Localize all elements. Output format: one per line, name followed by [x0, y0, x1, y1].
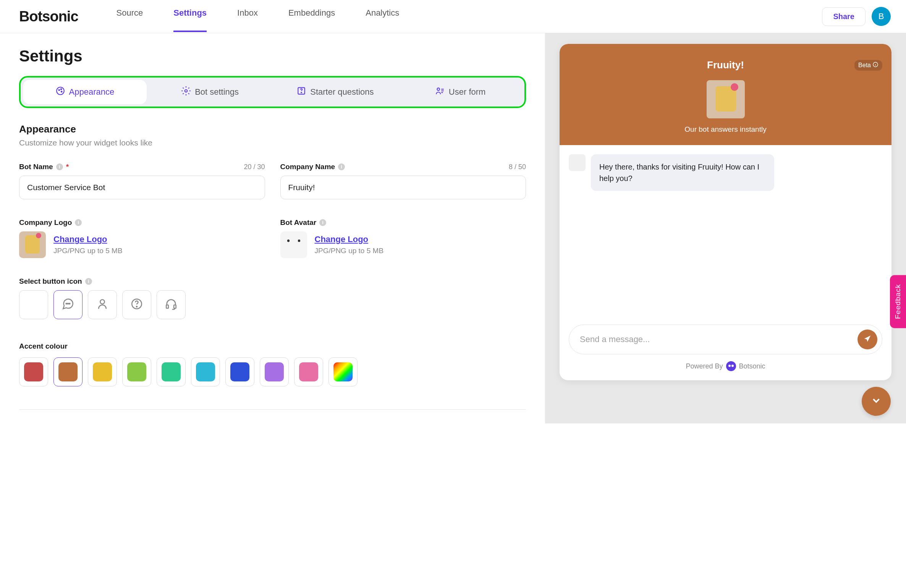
tab-starter-questions[interactable]: Starter questions — [273, 80, 397, 104]
bot-avatar-hint: JPG/PNG up to 5 MB — [315, 247, 384, 255]
accent-color-option[interactable] — [88, 357, 117, 386]
svg-point-9 — [68, 303, 68, 304]
svg-point-6 — [301, 92, 302, 93]
page-title: Settings — [19, 47, 526, 65]
accent-color-option[interactable] — [294, 357, 323, 386]
nav-inbox[interactable]: Inbox — [237, 8, 258, 25]
button-icon-option-headset[interactable] — [157, 290, 186, 319]
accent-color-option[interactable] — [225, 357, 254, 386]
chat-message-input[interactable] — [580, 334, 857, 344]
tab-starter-questions-label: Starter questions — [310, 87, 374, 97]
user-icon — [96, 297, 109, 312]
color-swatch — [24, 362, 43, 381]
svg-point-3 — [61, 91, 62, 92]
tab-user-form-label: User form — [449, 87, 486, 97]
beta-badge: Beta — [854, 60, 882, 71]
message-bot-avatar — [569, 154, 586, 171]
info-icon[interactable]: i — [75, 219, 82, 226]
feedback-tab[interactable]: Feedback — [890, 275, 906, 328]
accent-color-option[interactable] — [19, 357, 48, 386]
info-icon[interactable]: i — [85, 278, 92, 285]
gear-icon — [181, 86, 191, 98]
chat-preview-widget: Fruuity! Beta Our bot answers instantly … — [560, 44, 891, 380]
info-icon[interactable]: i — [338, 163, 345, 170]
button-icon-option-avatar[interactable] — [19, 290, 48, 319]
app-logo: Botsonic — [19, 8, 78, 25]
company-name-label: Company Name — [280, 163, 335, 171]
question-card-icon — [296, 86, 306, 98]
headset-icon — [165, 297, 178, 312]
accent-color-option[interactable] — [191, 357, 220, 386]
info-icon[interactable]: i — [56, 163, 63, 170]
info-icon — [872, 61, 878, 69]
section-divider — [19, 409, 526, 410]
help-circle-icon — [130, 297, 143, 312]
info-icon[interactable]: i — [319, 219, 326, 226]
button-icon-option-user[interactable] — [88, 290, 117, 319]
nav-analytics[interactable]: Analytics — [366, 8, 399, 25]
color-swatch — [196, 362, 215, 381]
svg-point-10 — [69, 303, 70, 304]
tab-appearance[interactable]: Appearance — [23, 80, 147, 104]
accent-color-option[interactable] — [53, 357, 83, 386]
tab-user-form[interactable]: User form — [398, 80, 522, 104]
svg-point-0 — [57, 87, 64, 95]
tab-bot-settings[interactable]: Bot settings — [148, 80, 272, 104]
accent-color-option[interactable] — [260, 357, 289, 386]
color-swatch — [299, 362, 318, 381]
color-swatch — [230, 362, 249, 381]
send-icon — [863, 334, 872, 344]
powered-by-label: Powered By Botsonic — [569, 361, 882, 371]
company-logo-label: Company Logo — [19, 218, 72, 227]
user-avatar[interactable]: B — [872, 7, 891, 26]
svg-point-1 — [58, 90, 60, 91]
chat-widget-toggle-button[interactable] — [862, 387, 891, 416]
company-logo-hint: JPG/PNG up to 5 MB — [53, 247, 123, 255]
bot-avatar-label: Bot Avatar — [280, 218, 317, 227]
svg-point-7 — [437, 88, 440, 90]
nav-embeddings[interactable]: Embeddings — [288, 8, 335, 25]
section-subtitle: Customize how your widget looks like — [19, 138, 526, 147]
share-button[interactable]: Share — [822, 7, 866, 26]
preview-company-logo — [707, 80, 745, 118]
accent-colour-label: Accent colour — [19, 342, 526, 351]
svg-point-2 — [60, 89, 61, 90]
accent-color-option[interactable] — [122, 357, 151, 386]
company-name-counter: 8 / 50 — [509, 163, 526, 171]
svg-point-11 — [100, 300, 104, 304]
bot-name-counter: 20 / 30 — [244, 163, 265, 171]
color-swatch — [265, 362, 284, 381]
tab-bot-settings-label: Bot settings — [195, 87, 239, 97]
company-logo-thumbnail — [19, 231, 46, 258]
preview-subtitle: Our bot answers instantly — [569, 125, 882, 134]
button-icon-option-chat[interactable] — [53, 290, 83, 319]
bot-avatar-thumbnail — [280, 231, 307, 258]
button-icon-option-help[interactable] — [122, 290, 151, 319]
preview-bot-title: Fruuity! — [569, 59, 882, 71]
required-mark: * — [66, 163, 69, 171]
nav-source[interactable]: Source — [116, 8, 143, 25]
accent-color-option[interactable] — [157, 357, 186, 386]
user-form-icon — [435, 86, 445, 98]
chevron-down-icon — [870, 395, 882, 408]
svg-point-8 — [66, 303, 67, 304]
change-bot-avatar-link[interactable]: Change Logo — [315, 234, 384, 244]
svg-point-4 — [185, 90, 188, 92]
send-message-button[interactable] — [857, 330, 877, 349]
color-swatch — [93, 362, 112, 381]
bot-name-label: Bot Name — [19, 163, 53, 171]
svg-point-13 — [136, 306, 137, 307]
section-title: Appearance — [19, 123, 526, 135]
nav-settings[interactable]: Settings — [173, 8, 207, 25]
color-swatch — [127, 362, 146, 381]
botsonic-logo-icon — [726, 361, 736, 371]
bot-message-bubble: Hey there, thanks for visiting Fruuity! … — [591, 154, 774, 191]
svg-rect-15 — [174, 305, 176, 309]
company-name-input[interactable] — [280, 176, 526, 199]
change-company-logo-link[interactable]: Change Logo — [53, 234, 123, 244]
palette-icon — [55, 86, 65, 98]
accent-color-custom[interactable] — [328, 357, 358, 386]
bot-name-input[interactable] — [19, 176, 265, 199]
svg-rect-14 — [166, 305, 168, 309]
settings-tab-bar: Appearance Bot settings Starter question… — [19, 76, 526, 108]
